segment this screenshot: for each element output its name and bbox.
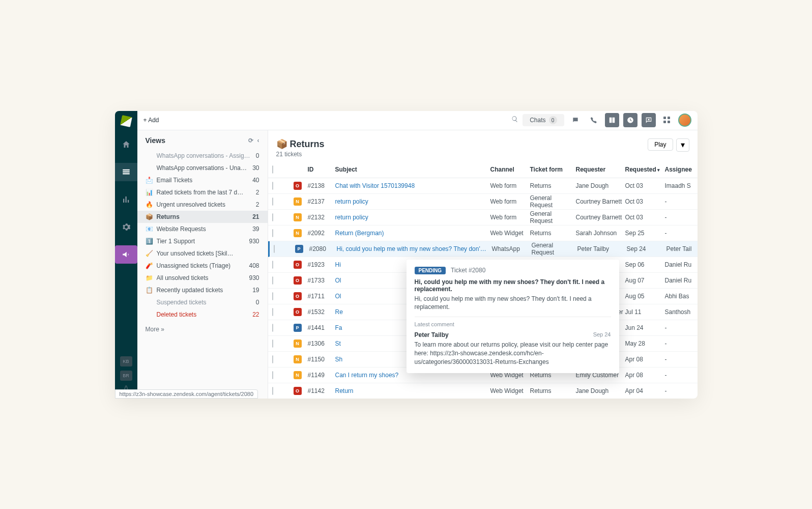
row-checkbox[interactable] bbox=[272, 387, 273, 395]
apps-grid-icon[interactable] bbox=[660, 113, 674, 127]
view-item[interactable]: 📊Rated tickets from the last 7 d…2 bbox=[137, 186, 268, 199]
ticket-form-cell: General Request bbox=[530, 210, 576, 224]
view-label: Your unsolved tickets [Skil… bbox=[157, 250, 256, 257]
status-badge: N bbox=[294, 229, 302, 237]
requested-cell: Sep 25 bbox=[625, 230, 665, 237]
topbar: + Add Chats0 bbox=[137, 111, 698, 130]
collapse-icon[interactable]: ‹ bbox=[257, 137, 259, 144]
status-badge: N bbox=[294, 197, 302, 206]
view-item[interactable]: 📧Website Requests39 bbox=[137, 223, 268, 235]
ticket-subject[interactable]: Hi, could you help me with my new shoes?… bbox=[337, 245, 492, 252]
table-row[interactable]: P#2080Hi, could you help me with my new … bbox=[268, 241, 698, 257]
view-item[interactable]: 1️⃣Tier 1 Support930 bbox=[137, 235, 268, 247]
row-checkbox[interactable] bbox=[272, 229, 273, 237]
table-header: IDSubjectChannelTicket formRequesterRequ… bbox=[268, 162, 698, 178]
view-label: Deleted tickets bbox=[157, 311, 250, 318]
layout-icon[interactable] bbox=[605, 113, 619, 127]
view-item[interactable]: 🧹Your unsolved tickets [Skil… bbox=[137, 247, 268, 260]
kb-badge[interactable]: KB bbox=[120, 356, 132, 366]
megaphone-icon[interactable] bbox=[115, 245, 137, 264]
table-row[interactable]: N#2132return policyWeb formGeneral Reque… bbox=[268, 210, 698, 225]
zendesk-logo bbox=[120, 115, 132, 127]
ticket-subject[interactable]: Return bbox=[335, 387, 490, 394]
row-checkbox[interactable] bbox=[272, 340, 273, 348]
view-item[interactable]: 🧨Unassigned tickets (Triage)408 bbox=[137, 260, 268, 272]
row-checkbox[interactable] bbox=[272, 197, 273, 206]
view-label: WhatsApp conversations - Unass… bbox=[157, 164, 250, 172]
view-label: Suspended tickets bbox=[157, 299, 253, 306]
view-item[interactable]: 🔥Urgent unresolved tickets2 bbox=[137, 199, 268, 211]
view-item[interactable]: 📦Returns21 bbox=[137, 211, 268, 223]
row-checkbox[interactable] bbox=[272, 213, 273, 221]
ticket-subject[interactable]: Return (Bergman) bbox=[335, 230, 490, 237]
views-title: Views bbox=[146, 136, 165, 145]
view-item[interactable]: 📁All unsolved tickets930 bbox=[137, 272, 268, 284]
row-checkbox[interactable] bbox=[272, 261, 273, 269]
play-button[interactable]: Play bbox=[648, 138, 673, 151]
comment-body: To learn more about our returns policy, … bbox=[415, 341, 611, 366]
status-badge: N bbox=[294, 355, 302, 363]
reporting-icon[interactable] bbox=[115, 190, 137, 209]
table-row[interactable]: O#1142ReturnWeb WidgetReturnsJane DoughA… bbox=[268, 383, 698, 399]
view-item[interactable]: Deleted tickets22 bbox=[137, 308, 268, 321]
view-item[interactable]: WhatsApp conversations - Unass…30 bbox=[137, 162, 268, 174]
home-icon[interactable] bbox=[115, 135, 137, 154]
row-checkbox[interactable] bbox=[274, 245, 275, 253]
select-all-checkbox[interactable] bbox=[272, 165, 273, 174]
view-count: 0 bbox=[256, 152, 259, 159]
row-checkbox[interactable] bbox=[272, 371, 273, 379]
view-count: 930 bbox=[249, 274, 259, 281]
ticket-subject[interactable]: Chat with Visitor 1570139948 bbox=[335, 182, 490, 189]
clock-icon[interactable] bbox=[623, 113, 637, 127]
row-checkbox[interactable] bbox=[272, 355, 273, 363]
view-emoji-icon: 1️⃣ bbox=[146, 238, 154, 245]
more-views-link[interactable]: More » bbox=[137, 321, 268, 338]
search-icon[interactable] bbox=[511, 116, 518, 125]
table-row[interactable]: N#2137return policyWeb formGeneral Reque… bbox=[268, 194, 698, 210]
column-header[interactable] bbox=[272, 166, 287, 173]
assignee-cell: Abhi Bas bbox=[665, 293, 698, 300]
status-badge: N bbox=[294, 213, 302, 221]
view-emoji-icon: 📩 bbox=[146, 177, 154, 184]
view-count: 2 bbox=[256, 201, 259, 208]
conversations-icon[interactable] bbox=[568, 113, 583, 127]
view-item[interactable]: Suspended tickets0 bbox=[137, 296, 268, 308]
view-item[interactable]: 📋Recently updated tickets19 bbox=[137, 284, 268, 296]
row-checkbox[interactable] bbox=[272, 292, 273, 300]
assignee-cell: - bbox=[665, 372, 698, 379]
chat-close-icon[interactable] bbox=[642, 113, 656, 127]
views-icon[interactable] bbox=[115, 163, 137, 181]
table-row[interactable]: O#2138Chat with Visitor 1570139948Web fo… bbox=[268, 178, 698, 194]
chats-pill[interactable]: Chats0 bbox=[523, 114, 564, 126]
requested-cell: Oct 03 bbox=[625, 214, 665, 221]
column-header[interactable]: Ticket form bbox=[530, 166, 576, 173]
status-badge: O bbox=[294, 387, 302, 395]
row-checkbox[interactable] bbox=[272, 182, 273, 190]
view-item[interactable]: WhatsApp conversations - Assig…0 bbox=[137, 150, 268, 162]
br-badge[interactable]: BR bbox=[120, 371, 132, 381]
view-emoji-icon: 📋 bbox=[146, 287, 154, 294]
row-checkbox[interactable] bbox=[272, 308, 273, 316]
ticket-id: #2080 bbox=[309, 245, 337, 252]
column-header[interactable]: ID bbox=[308, 166, 335, 173]
column-header[interactable]: Requester bbox=[576, 166, 625, 173]
channel-cell: WhatsApp bbox=[492, 245, 532, 252]
add-button[interactable]: + Add bbox=[143, 117, 159, 124]
ticket-subject[interactable]: return policy bbox=[335, 214, 490, 221]
refresh-icon[interactable]: ⟳ bbox=[248, 137, 253, 144]
column-header[interactable]: Assignee bbox=[665, 166, 698, 173]
column-header[interactable]: Channel bbox=[490, 166, 530, 173]
row-checkbox[interactable] bbox=[272, 276, 273, 285]
ticket-form-cell: Returns bbox=[530, 387, 576, 394]
column-header[interactable]: Subject bbox=[335, 166, 490, 173]
phone-icon[interactable] bbox=[587, 113, 601, 127]
ticket-subject[interactable]: return policy bbox=[335, 198, 490, 205]
table-row[interactable]: N#2092Return (Bergman)Web WidgetReturnsS… bbox=[268, 225, 698, 241]
view-item[interactable]: 📩Email Tickets40 bbox=[137, 174, 268, 186]
column-header[interactable]: Requested bbox=[625, 166, 665, 173]
row-checkbox[interactable] bbox=[272, 324, 273, 332]
play-dropdown-icon[interactable]: ▾ bbox=[676, 138, 689, 152]
status-badge: P bbox=[295, 245, 303, 253]
user-avatar[interactable] bbox=[678, 114, 691, 127]
admin-gear-icon[interactable] bbox=[115, 218, 137, 236]
